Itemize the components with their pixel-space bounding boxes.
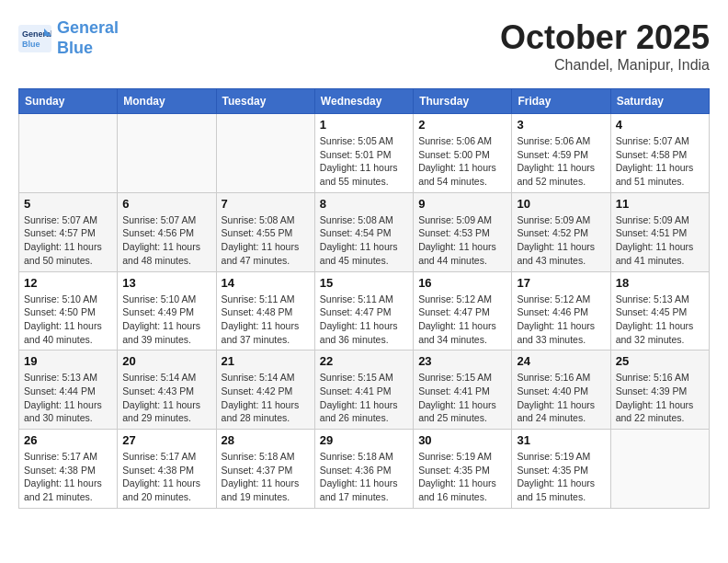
page-header: General Blue GeneralBlue October 2025 Ch… [18, 18, 710, 74]
day-number: 14 [222, 276, 310, 290]
day-info: Sunrise: 5:07 AM Sunset: 4:57 PM Dayligh… [24, 213, 112, 268]
day-info: Sunrise: 5:18 AM Sunset: 4:37 PM Dayligh… [222, 450, 310, 504]
calendar-cell: 21Sunrise: 5:14 AM Sunset: 4:42 PM Dayli… [216, 350, 314, 430]
day-number: 26 [24, 433, 112, 447]
day-number: 15 [320, 276, 408, 290]
calendar-cell: 5Sunrise: 5:07 AM Sunset: 4:57 PM Daylig… [19, 192, 118, 271]
calendar-cell: 15Sunrise: 5:11 AM Sunset: 4:47 PM Dayli… [314, 271, 413, 350]
calendar-cell: 14Sunrise: 5:11 AM Sunset: 4:48 PM Dayli… [216, 271, 314, 350]
day-info: Sunrise: 5:13 AM Sunset: 4:45 PM Dayligh… [616, 293, 704, 347]
day-info: Sunrise: 5:17 AM Sunset: 4:38 PM Dayligh… [122, 450, 210, 504]
calendar-week-3: 12Sunrise: 5:10 AM Sunset: 4:50 PM Dayli… [19, 271, 710, 350]
calendar-cell: 13Sunrise: 5:10 AM Sunset: 4:49 PM Dayli… [118, 271, 216, 350]
weekday-header-thursday: Thursday [414, 89, 512, 114]
calendar-week-5: 26Sunrise: 5:17 AM Sunset: 4:38 PM Dayli… [19, 430, 710, 509]
day-info: Sunrise: 5:09 AM Sunset: 4:53 PM Dayligh… [418, 213, 506, 268]
calendar-cell: 19Sunrise: 5:13 AM Sunset: 4:44 PM Dayli… [19, 350, 118, 430]
calendar-week-4: 19Sunrise: 5:13 AM Sunset: 4:44 PM Dayli… [19, 350, 710, 430]
day-number: 25 [616, 354, 704, 368]
calendar-cell: 24Sunrise: 5:16 AM Sunset: 4:40 PM Dayli… [512, 350, 610, 430]
calendar-cell: 16Sunrise: 5:12 AM Sunset: 4:47 PM Dayli… [414, 271, 512, 350]
day-number: 28 [222, 433, 310, 447]
calendar-cell: 8Sunrise: 5:08 AM Sunset: 4:54 PM Daylig… [314, 192, 413, 271]
day-number: 24 [517, 354, 605, 368]
calendar-cell: 28Sunrise: 5:18 AM Sunset: 4:37 PM Dayli… [216, 430, 314, 509]
calendar-cell: 12Sunrise: 5:10 AM Sunset: 4:50 PM Dayli… [19, 271, 118, 350]
day-info: Sunrise: 5:08 AM Sunset: 4:54 PM Dayligh… [320, 213, 408, 268]
calendar-cell [216, 114, 314, 193]
day-info: Sunrise: 5:07 AM Sunset: 4:58 PM Dayligh… [616, 134, 704, 189]
weekday-header-row: SundayMondayTuesdayWednesdayThursdayFrid… [19, 89, 710, 114]
calendar-cell: 3Sunrise: 5:06 AM Sunset: 4:59 PM Daylig… [512, 114, 610, 193]
logo-text: GeneralBlue [57, 18, 119, 58]
calendar-cell: 27Sunrise: 5:17 AM Sunset: 4:38 PM Dayli… [118, 430, 216, 509]
day-info: Sunrise: 5:16 AM Sunset: 4:39 PM Dayligh… [616, 371, 704, 425]
day-info: Sunrise: 5:15 AM Sunset: 4:41 PM Dayligh… [418, 371, 506, 425]
day-number: 16 [418, 276, 506, 290]
day-number: 27 [122, 433, 210, 447]
calendar-table: SundayMondayTuesdayWednesdayThursdayFrid… [18, 88, 710, 509]
calendar-cell: 30Sunrise: 5:19 AM Sunset: 4:35 PM Dayli… [414, 430, 512, 509]
day-number: 11 [616, 197, 704, 211]
title-block: October 2025 Chandel, Manipur, India [500, 18, 710, 74]
day-info: Sunrise: 5:10 AM Sunset: 4:49 PM Dayligh… [122, 293, 210, 347]
weekday-header-tuesday: Tuesday [216, 89, 314, 114]
calendar-cell: 2Sunrise: 5:06 AM Sunset: 5:00 PM Daylig… [414, 114, 512, 193]
calendar-cell: 26Sunrise: 5:17 AM Sunset: 4:38 PM Dayli… [19, 430, 118, 509]
calendar-cell [118, 114, 216, 193]
weekday-header-wednesday: Wednesday [314, 89, 413, 114]
weekday-header-friday: Friday [512, 89, 610, 114]
day-info: Sunrise: 5:17 AM Sunset: 4:38 PM Dayligh… [24, 450, 112, 504]
calendar-cell: 9Sunrise: 5:09 AM Sunset: 4:53 PM Daylig… [414, 192, 512, 271]
day-number: 4 [616, 118, 704, 132]
day-info: Sunrise: 5:06 AM Sunset: 4:59 PM Dayligh… [517, 134, 605, 189]
day-number: 6 [122, 197, 210, 211]
day-info: Sunrise: 5:10 AM Sunset: 4:50 PM Dayligh… [24, 293, 112, 347]
day-info: Sunrise: 5:13 AM Sunset: 4:44 PM Dayligh… [24, 371, 112, 425]
day-number: 29 [320, 433, 408, 447]
calendar-cell: 11Sunrise: 5:09 AM Sunset: 4:51 PM Dayli… [610, 192, 709, 271]
calendar-cell: 23Sunrise: 5:15 AM Sunset: 4:41 PM Dayli… [414, 350, 512, 430]
weekday-header-sunday: Sunday [19, 89, 118, 114]
calendar-cell: 7Sunrise: 5:08 AM Sunset: 4:55 PM Daylig… [216, 192, 314, 271]
day-info: Sunrise: 5:15 AM Sunset: 4:41 PM Dayligh… [320, 371, 408, 425]
day-info: Sunrise: 5:09 AM Sunset: 4:52 PM Dayligh… [517, 213, 605, 268]
day-number: 5 [24, 197, 112, 211]
day-number: 2 [418, 118, 506, 132]
day-number: 18 [616, 276, 704, 290]
calendar-cell: 17Sunrise: 5:12 AM Sunset: 4:46 PM Dayli… [512, 271, 610, 350]
day-info: Sunrise: 5:06 AM Sunset: 5:00 PM Dayligh… [418, 134, 506, 189]
day-number: 8 [320, 197, 408, 211]
day-info: Sunrise: 5:05 AM Sunset: 5:01 PM Dayligh… [320, 134, 408, 189]
day-number: 30 [418, 433, 506, 447]
day-number: 21 [222, 354, 310, 368]
day-info: Sunrise: 5:07 AM Sunset: 4:56 PM Dayligh… [122, 213, 210, 268]
day-number: 10 [517, 197, 605, 211]
calendar-cell: 20Sunrise: 5:14 AM Sunset: 4:43 PM Dayli… [118, 350, 216, 430]
day-info: Sunrise: 5:19 AM Sunset: 4:35 PM Dayligh… [517, 450, 605, 504]
day-info: Sunrise: 5:14 AM Sunset: 4:43 PM Dayligh… [122, 371, 210, 425]
calendar-cell: 4Sunrise: 5:07 AM Sunset: 4:58 PM Daylig… [610, 114, 709, 193]
calendar-cell: 29Sunrise: 5:18 AM Sunset: 4:36 PM Dayli… [314, 430, 413, 509]
calendar-week-2: 5Sunrise: 5:07 AM Sunset: 4:57 PM Daylig… [19, 192, 710, 271]
day-info: Sunrise: 5:08 AM Sunset: 4:55 PM Dayligh… [222, 213, 310, 268]
logo-icon: General Blue [18, 25, 51, 52]
calendar-week-1: 1Sunrise: 5:05 AM Sunset: 5:01 PM Daylig… [19, 114, 710, 193]
day-info: Sunrise: 5:09 AM Sunset: 4:51 PM Dayligh… [616, 213, 704, 268]
day-number: 23 [418, 354, 506, 368]
day-number: 17 [517, 276, 605, 290]
logo: General Blue GeneralBlue [18, 18, 119, 58]
day-number: 31 [517, 433, 605, 447]
day-number: 7 [222, 197, 310, 211]
calendar-cell: 6Sunrise: 5:07 AM Sunset: 4:56 PM Daylig… [118, 192, 216, 271]
day-info: Sunrise: 5:16 AM Sunset: 4:40 PM Dayligh… [517, 371, 605, 425]
day-number: 3 [517, 118, 605, 132]
day-info: Sunrise: 5:18 AM Sunset: 4:36 PM Dayligh… [320, 450, 408, 504]
weekday-header-saturday: Saturday [610, 89, 709, 114]
calendar-cell: 10Sunrise: 5:09 AM Sunset: 4:52 PM Dayli… [512, 192, 610, 271]
day-info: Sunrise: 5:11 AM Sunset: 4:48 PM Dayligh… [222, 293, 310, 347]
svg-text:Blue: Blue [22, 40, 40, 49]
day-info: Sunrise: 5:11 AM Sunset: 4:47 PM Dayligh… [320, 293, 408, 347]
weekday-header-monday: Monday [118, 89, 216, 114]
calendar-cell: 18Sunrise: 5:13 AM Sunset: 4:45 PM Dayli… [610, 271, 709, 350]
